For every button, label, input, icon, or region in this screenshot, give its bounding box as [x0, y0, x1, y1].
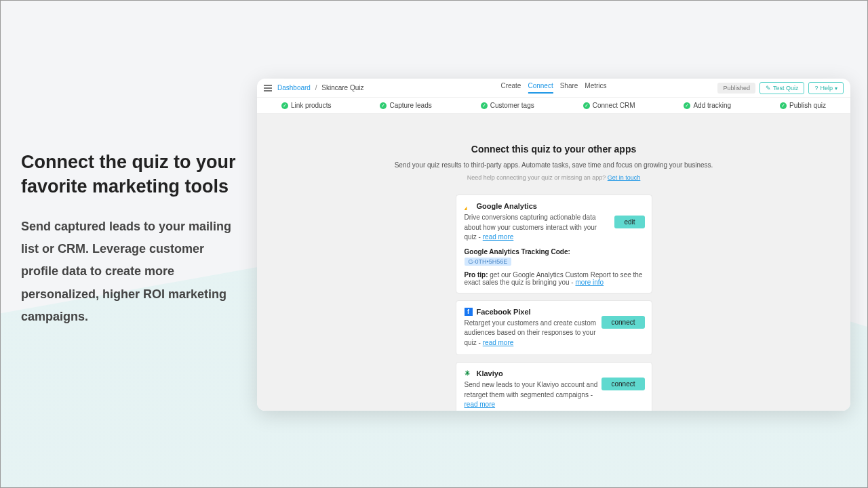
integration-card-google-analytics: Google Analytics edit Drive conversions …	[456, 195, 652, 293]
more-info-link[interactable]: more info	[575, 279, 604, 286]
read-more-link[interactable]: read more	[465, 401, 496, 408]
tab-metrics[interactable]: Metrics	[585, 82, 606, 94]
facebook-icon: f	[465, 308, 473, 316]
get-in-touch-link[interactable]: Get in touch	[608, 174, 641, 181]
help-button[interactable]: ?Help▾	[808, 82, 844, 94]
page-subheading: Send your quiz results to third-party ap…	[337, 161, 771, 169]
help-line: Need help connecting your quiz or missin…	[337, 174, 771, 181]
connect-button[interactable]: connect	[601, 316, 644, 329]
edit-icon: ✎	[766, 85, 771, 92]
help-icon: ?	[814, 85, 818, 92]
tracking-code-value: G-0TH•5H56E	[465, 258, 512, 266]
edit-button[interactable]: edit	[614, 216, 644, 228]
chevron-down-icon: ▾	[835, 85, 837, 92]
check-icon: ✓	[380, 102, 387, 109]
progress-steps: ✓Link products ✓Capture leads ✓Customer …	[257, 98, 850, 114]
menu-icon[interactable]	[264, 85, 272, 92]
breadcrumb-root[interactable]: Dashboard	[277, 84, 311, 92]
step-link-products[interactable]: ✓Link products	[281, 102, 331, 109]
check-icon: ✓	[281, 102, 288, 109]
step-customer-tags[interactable]: ✓Customer tags	[481, 102, 534, 109]
status-published: Published	[717, 83, 755, 94]
read-more-link[interactable]: read more	[483, 339, 514, 346]
test-quiz-button[interactable]: ✎Test Quiz	[760, 82, 805, 94]
page-body: Connect this quiz to your other apps Sen…	[257, 114, 850, 411]
check-icon: ✓	[684, 102, 690, 109]
check-icon: ✓	[481, 102, 488, 109]
tab-share[interactable]: Share	[560, 82, 578, 94]
google-analytics-icon	[465, 202, 473, 210]
check-icon: ✓	[780, 102, 787, 109]
klaviyo-icon: ✳	[465, 369, 473, 378]
top-bar: Dashboard / Skincare Quiz Create Connect…	[257, 79, 850, 98]
hero-subtitle: Send captured leads to your mailing list…	[21, 216, 238, 328]
check-icon: ✓	[583, 102, 590, 109]
tracking-code-label: Google Analytics Tracking Code:	[465, 248, 644, 256]
step-capture-leads[interactable]: ✓Capture leads	[380, 102, 431, 109]
step-add-tracking[interactable]: ✓Add tracking	[684, 102, 731, 109]
hero-text: Connect the quiz to your favorite market…	[21, 150, 238, 328]
app-window: Dashboard / Skincare Quiz Create Connect…	[257, 79, 850, 411]
step-publish-quiz[interactable]: ✓Publish quiz	[780, 102, 826, 109]
hero-title: Connect the quiz to your favorite market…	[21, 150, 238, 199]
breadcrumb-current: Skincare Quiz	[321, 84, 363, 92]
tab-connect[interactable]: Connect	[528, 82, 553, 94]
page-heading: Connect this quiz to your other apps	[337, 144, 771, 155]
integration-card-klaviyo: ✳Klaviyo connect Send new leads to your …	[456, 362, 652, 411]
main-tabs: Create Connect Share Metrics	[500, 82, 606, 94]
step-connect-crm[interactable]: ✓Connect CRM	[583, 102, 635, 109]
breadcrumb: Dashboard / Skincare Quiz	[277, 84, 364, 92]
tab-create[interactable]: Create	[500, 82, 521, 94]
integration-card-facebook-pixel: fFacebook Pixel connect Retarget your cu…	[456, 300, 652, 356]
read-more-link[interactable]: read more	[483, 233, 514, 241]
connect-button[interactable]: connect	[601, 378, 644, 390]
